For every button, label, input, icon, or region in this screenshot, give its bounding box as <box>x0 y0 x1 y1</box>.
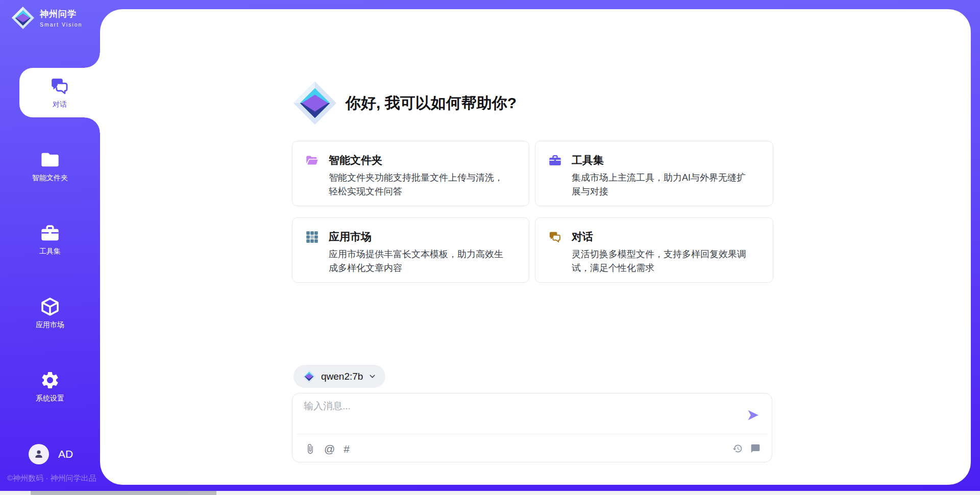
model-logo-icon <box>302 369 316 383</box>
sidebar-item-label: 工具集 <box>39 247 61 256</box>
card-title: 智能文件夹 <box>329 153 510 167</box>
sidebar-item-chat[interactable]: 对话 <box>19 68 100 117</box>
at-mention-icon[interactable]: @ <box>324 443 335 454</box>
card-title: 工具集 <box>572 153 754 167</box>
send-icon[interactable] <box>746 408 760 422</box>
horizontal-scrollbar <box>0 491 980 495</box>
card-app-market[interactable]: 应用市场 应用市场提供丰富长文本模板，助力高效生成多样化文章内容 <box>292 217 529 283</box>
toolbox-icon <box>40 223 60 243</box>
sidebar-item-smart-folder[interactable]: 智能文件夹 <box>0 141 100 191</box>
card-smart-folder[interactable]: 智能文件夹 智能文件夹功能支持批量文件上传与清洗，轻松实现文件问答 <box>292 141 529 206</box>
sidebar-item-label: 对话 <box>53 100 67 109</box>
grid-icon <box>305 230 319 244</box>
user-name: AD <box>58 448 73 460</box>
sidebar-item-toolset[interactable]: 工具集 <box>0 215 100 264</box>
model-name: qwen2:7b <box>321 371 363 382</box>
card-description: 应用市场提供丰富长文本模板，助力高效生成多样化文章内容 <box>329 247 510 275</box>
sidebar-item-settings[interactable]: 系统设置 <box>0 362 100 411</box>
paperclip-icon[interactable] <box>305 443 315 454</box>
sidebar-item-label: 智能文件夹 <box>32 174 68 183</box>
history-icon[interactable] <box>732 443 743 454</box>
card-chat[interactable]: 对话 灵活切换多模型文件，支持多样回复效果调试，满足个性化需求 <box>535 217 773 283</box>
greeting-text: 你好, 我可以如何帮助你? <box>346 93 517 114</box>
chat-bubbles-icon <box>50 76 70 96</box>
sidebar-footer: ©神州数码 · 神州问学出品 <box>7 474 96 483</box>
message-input[interactable] <box>304 400 732 429</box>
sidebar-item-label: 系统设置 <box>36 394 64 403</box>
welcome-header: 你好, 我可以如何帮助你? <box>292 81 517 126</box>
sidebar-item-label: 应用市场 <box>36 320 64 330</box>
folder-icon <box>40 150 60 170</box>
card-description: 智能文件夹功能支持批量文件上传与清洗，轻松实现文件问答 <box>329 171 510 199</box>
model-selector[interactable]: qwen2:7b <box>293 365 385 388</box>
feature-cards: 智能文件夹 智能文件夹功能支持批量文件上传与清洗，轻松实现文件问答 工具集 集成… <box>292 141 773 283</box>
brand: 神州问学 Smart Vision <box>11 6 82 30</box>
horizontal-scrollbar-thumb[interactable] <box>31 491 216 495</box>
card-description: 灵活切换多模型文件，支持多样回复效果调试，满足个性化需求 <box>572 247 754 275</box>
folder-open-icon <box>305 154 319 167</box>
chat-bubble-icon[interactable] <box>750 443 761 454</box>
main-panel: 你好, 我可以如何帮助你? 智能文件夹 智能文件夹功能支持批量文件上传与清洗，轻… <box>100 9 971 485</box>
toolbox-icon <box>548 154 562 167</box>
card-description: 集成市场上主流工具，助力AI与外界无缝扩展与对接 <box>572 171 754 199</box>
card-title: 对话 <box>572 230 754 243</box>
composer-toolbar: @ # <box>305 434 761 463</box>
gear-icon <box>40 370 60 390</box>
brand-subtitle: Smart Vision <box>40 21 82 28</box>
sidebar: 神州问学 Smart Vision 对话 智能文件夹 <box>0 0 100 495</box>
chevron-down-icon <box>368 372 377 381</box>
card-toolset[interactable]: 工具集 集成市场上主流工具，助力AI与外界无缝扩展与对接 <box>535 141 773 206</box>
cube-icon <box>40 296 60 317</box>
avatar <box>29 444 49 464</box>
hash-tag-icon[interactable]: # <box>344 443 350 454</box>
assistant-logo-icon <box>292 81 337 126</box>
sidebar-item-app-market[interactable]: 应用市场 <box>0 288 100 338</box>
card-title: 应用市场 <box>329 230 510 243</box>
chat-bubbles-icon <box>548 230 562 244</box>
user-chip[interactable]: AD <box>29 444 73 464</box>
brand-title: 神州问学 <box>40 8 82 20</box>
brand-logo-icon <box>11 6 35 30</box>
message-composer: @ # <box>292 393 772 462</box>
